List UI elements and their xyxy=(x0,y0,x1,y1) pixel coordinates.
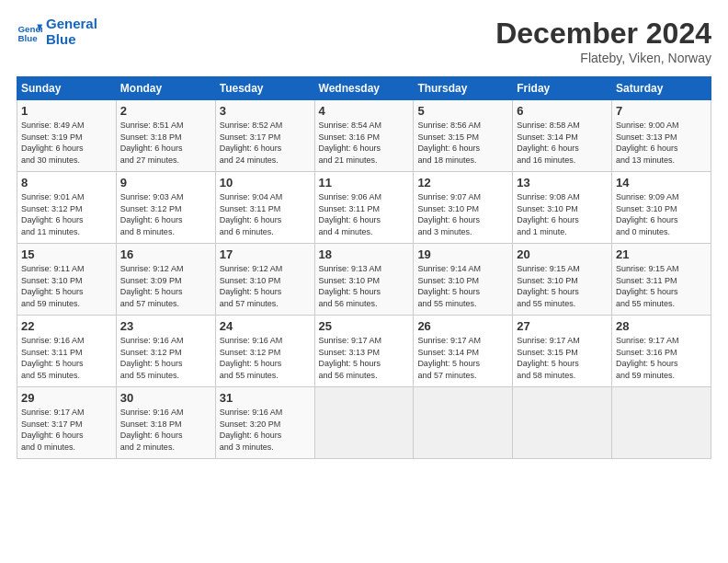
logo: General Blue General Blue xyxy=(17,17,97,47)
calendar-cell: 17Sunrise: 9:12 AM Sunset: 3:10 PM Dayli… xyxy=(215,244,314,316)
day-info: Sunrise: 9:12 AM Sunset: 3:10 PM Dayligh… xyxy=(220,263,311,309)
calendar-cell xyxy=(414,387,513,459)
day-number: 22 xyxy=(21,319,112,333)
day-info: Sunrise: 8:49 AM Sunset: 3:19 PM Dayligh… xyxy=(21,120,112,166)
day-info: Sunrise: 9:17 AM Sunset: 3:17 PM Dayligh… xyxy=(21,407,112,453)
calendar-cell: 15Sunrise: 9:11 AM Sunset: 3:10 PM Dayli… xyxy=(17,244,117,316)
title-block: December 2024 Flateby, Viken, Norway xyxy=(495,17,711,65)
calendar-cell: 18Sunrise: 9:13 AM Sunset: 3:10 PM Dayli… xyxy=(314,244,414,316)
calendar-week-row: 1Sunrise: 8:49 AM Sunset: 3:19 PM Daylig… xyxy=(17,100,711,172)
day-number: 29 xyxy=(21,391,112,405)
location-text: Flateby, Viken, Norway xyxy=(495,51,711,65)
day-number: 10 xyxy=(220,176,311,190)
calendar-cell: 12Sunrise: 9:07 AM Sunset: 3:10 PM Dayli… xyxy=(414,172,513,244)
calendar-cell: 8Sunrise: 9:01 AM Sunset: 3:12 PM Daylig… xyxy=(17,172,117,244)
day-number: 1 xyxy=(21,104,112,118)
calendar-cell: 21Sunrise: 9:15 AM Sunset: 3:11 PM Dayli… xyxy=(612,244,711,316)
calendar-cell: 22Sunrise: 9:16 AM Sunset: 3:11 PM Dayli… xyxy=(17,316,117,387)
day-info: Sunrise: 9:12 AM Sunset: 3:09 PM Dayligh… xyxy=(120,263,211,309)
day-info: Sunrise: 8:54 AM Sunset: 3:16 PM Dayligh… xyxy=(319,120,410,166)
day-number: 12 xyxy=(417,176,508,190)
calendar-cell: 29Sunrise: 9:17 AM Sunset: 3:17 PM Dayli… xyxy=(17,387,117,459)
day-info: Sunrise: 9:16 AM Sunset: 3:18 PM Dayligh… xyxy=(120,407,211,453)
day-info: Sunrise: 9:16 AM Sunset: 3:20 PM Dayligh… xyxy=(220,407,311,453)
calendar-cell: 30Sunrise: 9:16 AM Sunset: 3:18 PM Dayli… xyxy=(116,387,215,459)
calendar-cell: 4Sunrise: 8:54 AM Sunset: 3:16 PM Daylig… xyxy=(314,100,414,172)
calendar-cell: 10Sunrise: 9:04 AM Sunset: 3:11 PM Dayli… xyxy=(215,172,314,244)
day-number: 26 xyxy=(417,319,508,333)
svg-text:Blue: Blue xyxy=(17,32,38,42)
day-number: 7 xyxy=(616,104,707,118)
column-header-wednesday: Wednesday xyxy=(314,77,414,100)
calendar-week-row: 15Sunrise: 9:11 AM Sunset: 3:10 PM Dayli… xyxy=(17,244,711,316)
calendar-cell xyxy=(513,387,612,459)
day-info: Sunrise: 8:58 AM Sunset: 3:14 PM Dayligh… xyxy=(517,120,608,166)
calendar-cell: 9Sunrise: 9:03 AM Sunset: 3:12 PM Daylig… xyxy=(116,172,215,244)
day-info: Sunrise: 9:03 AM Sunset: 3:12 PM Dayligh… xyxy=(120,191,211,237)
calendar-cell xyxy=(314,387,414,459)
day-info: Sunrise: 8:52 AM Sunset: 3:17 PM Dayligh… xyxy=(220,120,311,166)
calendar-cell: 14Sunrise: 9:09 AM Sunset: 3:10 PM Dayli… xyxy=(612,172,711,244)
column-header-friday: Friday xyxy=(513,77,612,100)
calendar-cell: 19Sunrise: 9:14 AM Sunset: 3:10 PM Dayli… xyxy=(414,244,513,316)
column-header-tuesday: Tuesday xyxy=(215,77,314,100)
calendar-week-row: 22Sunrise: 9:16 AM Sunset: 3:11 PM Dayli… xyxy=(17,316,711,387)
day-number: 16 xyxy=(120,247,211,261)
calendar-cell: 16Sunrise: 9:12 AM Sunset: 3:09 PM Dayli… xyxy=(116,244,215,316)
day-info: Sunrise: 9:13 AM Sunset: 3:10 PM Dayligh… xyxy=(319,263,410,309)
day-number: 9 xyxy=(120,176,211,190)
day-info: Sunrise: 8:51 AM Sunset: 3:18 PM Dayligh… xyxy=(120,120,211,166)
calendar-week-row: 29Sunrise: 9:17 AM Sunset: 3:17 PM Dayli… xyxy=(17,387,711,459)
column-header-saturday: Saturday xyxy=(612,77,711,100)
calendar-cell: 25Sunrise: 9:17 AM Sunset: 3:13 PM Dayli… xyxy=(314,316,414,387)
column-header-thursday: Thursday xyxy=(414,77,513,100)
day-number: 3 xyxy=(220,104,311,118)
calendar-cell: 23Sunrise: 9:16 AM Sunset: 3:12 PM Dayli… xyxy=(116,316,215,387)
day-info: Sunrise: 9:14 AM Sunset: 3:10 PM Dayligh… xyxy=(417,263,508,309)
calendar-cell: 11Sunrise: 9:06 AM Sunset: 3:11 PM Dayli… xyxy=(314,172,414,244)
day-number: 25 xyxy=(319,319,410,333)
day-number: 19 xyxy=(417,247,508,261)
day-info: Sunrise: 9:08 AM Sunset: 3:10 PM Dayligh… xyxy=(517,191,608,237)
day-info: Sunrise: 9:00 AM Sunset: 3:13 PM Dayligh… xyxy=(616,120,707,166)
day-number: 27 xyxy=(517,319,608,333)
day-number: 24 xyxy=(220,319,311,333)
logo-general: General xyxy=(46,16,97,31)
day-number: 2 xyxy=(120,104,211,118)
calendar-cell: 13Sunrise: 9:08 AM Sunset: 3:10 PM Dayli… xyxy=(513,172,612,244)
day-info: Sunrise: 9:06 AM Sunset: 3:11 PM Dayligh… xyxy=(319,191,410,237)
day-number: 15 xyxy=(21,247,112,261)
day-number: 4 xyxy=(319,104,410,118)
day-number: 8 xyxy=(21,176,112,190)
day-number: 28 xyxy=(616,319,707,333)
column-header-monday: Monday xyxy=(116,77,215,100)
day-number: 14 xyxy=(616,176,707,190)
day-info: Sunrise: 9:16 AM Sunset: 3:12 PM Dayligh… xyxy=(220,335,311,381)
day-info: Sunrise: 9:15 AM Sunset: 3:11 PM Dayligh… xyxy=(616,263,707,309)
day-info: Sunrise: 9:09 AM Sunset: 3:10 PM Dayligh… xyxy=(616,191,707,237)
calendar-cell: 20Sunrise: 9:15 AM Sunset: 3:10 PM Dayli… xyxy=(513,244,612,316)
calendar-cell: 5Sunrise: 8:56 AM Sunset: 3:15 PM Daylig… xyxy=(414,100,513,172)
day-info: Sunrise: 8:56 AM Sunset: 3:15 PM Dayligh… xyxy=(417,120,508,166)
day-info: Sunrise: 9:16 AM Sunset: 3:11 PM Dayligh… xyxy=(21,335,112,381)
page-header: General Blue General Blue December 2024 … xyxy=(17,17,711,65)
calendar-cell: 31Sunrise: 9:16 AM Sunset: 3:20 PM Dayli… xyxy=(215,387,314,459)
calendar-cell: 26Sunrise: 9:17 AM Sunset: 3:14 PM Dayli… xyxy=(414,316,513,387)
day-number: 20 xyxy=(517,247,608,261)
month-title: December 2024 xyxy=(495,17,711,51)
calendar-cell: 3Sunrise: 8:52 AM Sunset: 3:17 PM Daylig… xyxy=(215,100,314,172)
day-info: Sunrise: 9:17 AM Sunset: 3:14 PM Dayligh… xyxy=(417,335,508,381)
logo-text: General Blue xyxy=(46,17,97,47)
day-info: Sunrise: 9:04 AM Sunset: 3:11 PM Dayligh… xyxy=(220,191,311,237)
day-number: 23 xyxy=(120,319,211,333)
calendar-cell: 6Sunrise: 8:58 AM Sunset: 3:14 PM Daylig… xyxy=(513,100,612,172)
calendar-cell: 28Sunrise: 9:17 AM Sunset: 3:16 PM Dayli… xyxy=(612,316,711,387)
calendar-cell: 7Sunrise: 9:00 AM Sunset: 3:13 PM Daylig… xyxy=(612,100,711,172)
calendar-cell: 1Sunrise: 8:49 AM Sunset: 3:19 PM Daylig… xyxy=(17,100,117,172)
day-info: Sunrise: 9:15 AM Sunset: 3:10 PM Dayligh… xyxy=(517,263,608,309)
day-info: Sunrise: 9:07 AM Sunset: 3:10 PM Dayligh… xyxy=(417,191,508,237)
day-info: Sunrise: 9:16 AM Sunset: 3:12 PM Dayligh… xyxy=(120,335,211,381)
day-info: Sunrise: 9:01 AM Sunset: 3:12 PM Dayligh… xyxy=(21,191,112,237)
column-header-sunday: Sunday xyxy=(17,77,117,100)
day-info: Sunrise: 9:11 AM Sunset: 3:10 PM Dayligh… xyxy=(21,263,112,309)
